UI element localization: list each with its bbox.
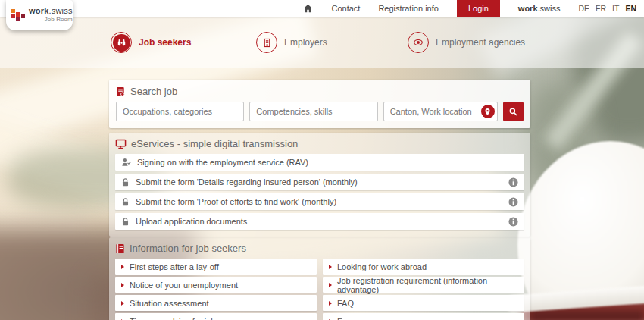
monitor-icon	[115, 139, 127, 149]
info-icon[interactable]	[508, 217, 518, 227]
competencies-input[interactable]	[249, 102, 377, 121]
search-submit-button[interactable]	[503, 102, 524, 121]
lang-de[interactable]: DE	[578, 4, 589, 13]
tab-employers[interactable]: Employers	[256, 32, 408, 53]
audience-tab-bar: Job seekers Employers	[0, 17, 644, 68]
user-check-icon	[121, 158, 131, 167]
eservice-label: Signing on with the employment service (…	[137, 158, 308, 167]
eye-icon	[413, 37, 424, 48]
information-panel-title: Information for job seekers	[130, 243, 246, 254]
eservice-label: Submit the form 'Details regarding insur…	[136, 177, 358, 187]
top-bar: Contact Registration info Login work.swi…	[0, 0, 644, 17]
info-link-label: Looking for work abroad	[337, 262, 427, 271]
eservices-panel: eServices - simple digital transmission …	[109, 133, 530, 237]
lock-icon	[121, 217, 130, 227]
book-icon	[115, 243, 125, 254]
arrow-right-icon	[121, 283, 124, 287]
logo-title: work.swiss	[29, 6, 73, 16]
eservice-signing-on-link[interactable]: Signing on with the employment service (…	[115, 154, 524, 171]
eservice-upload-documents-link[interactable]: Upload application documents	[115, 213, 524, 230]
locate-me-button[interactable]	[481, 105, 495, 118]
lock-icon	[121, 177, 130, 187]
info-link-work-abroad[interactable]: Looking for work abroad	[323, 259, 524, 275]
info-link-label: Forms	[337, 317, 361, 320]
search-panel-title: Search job	[130, 86, 177, 97]
tab-label: Employers	[284, 37, 327, 48]
tab-job-seekers[interactable]: Job seekers	[111, 32, 256, 53]
arrow-right-icon	[121, 265, 124, 269]
occupations-input[interactable]	[116, 102, 244, 121]
eservices-title: eServices - simple digital transmission	[131, 138, 298, 149]
work-swiss-logo-icon	[11, 7, 25, 23]
work-swiss-logo-card[interactable]: work.swiss Job-Room	[6, 0, 73, 30]
info-link-job-registration-requirement[interactable]: Job registration requirement (informatio…	[323, 277, 524, 293]
info-link-first-steps[interactable]: First steps after a lay-off	[115, 259, 317, 275]
lang-en[interactable]: EN	[625, 4, 636, 13]
magnifier-icon	[508, 107, 518, 117]
info-link-label: FAQ	[337, 299, 354, 308]
info-link-faq[interactable]: FAQ	[323, 295, 524, 311]
language-switcher: DE FR IT EN	[578, 4, 636, 13]
map-pin-icon	[483, 108, 492, 116]
eservice-proof-of-efforts-link[interactable]: Submit the form 'Proof of efforts to fin…	[115, 193, 524, 210]
info-link-label: Job registration requirement (informatio…	[337, 276, 518, 294]
information-panel: Information for job seekers First steps …	[109, 237, 530, 320]
info-link-label: Tips on applying for jobs	[130, 317, 220, 320]
lang-fr[interactable]: FR	[596, 4, 606, 13]
tab-label: Job seekers	[139, 37, 191, 48]
home-icon[interactable]	[303, 4, 313, 13]
arrow-right-icon	[121, 301, 124, 306]
info-link-label: Situation assessment	[130, 299, 209, 308]
info-icon[interactable]	[508, 177, 518, 187]
info-link-label: First steps after a lay-off	[130, 262, 219, 271]
eservice-label: Submit the form 'Proof of efforts to fin…	[136, 197, 336, 206]
job-search-document-icon	[116, 86, 126, 97]
lock-icon	[121, 197, 130, 207]
eservice-insured-person-form-link[interactable]: Submit the form 'Details regarding insur…	[115, 174, 524, 190]
contact-link[interactable]: Contact	[331, 4, 360, 13]
search-job-panel: Search job	[109, 80, 530, 128]
registration-info-link[interactable]: Registration info	[378, 4, 439, 13]
workswiss-brand: work.swiss	[518, 4, 561, 13]
info-link-situation-assessment[interactable]: Situation assessment	[115, 295, 317, 311]
login-button[interactable]: Login	[457, 0, 500, 17]
logo-subtitle: Job-Room	[45, 16, 73, 23]
info-link-notice-unemployment[interactable]: Notice of your unemployment	[115, 277, 317, 293]
arrow-right-icon	[329, 301, 332, 306]
tab-label: Employment agencies	[436, 37, 525, 48]
eservice-label: Upload application documents	[136, 217, 247, 226]
arrow-right-icon	[329, 283, 332, 287]
info-link-tips-applying[interactable]: Tips on applying for jobs	[115, 313, 317, 320]
info-link-forms[interactable]: Forms	[323, 313, 524, 320]
info-icon[interactable]	[508, 197, 518, 207]
tab-employment-agencies[interactable]: Employment agencies	[408, 32, 525, 53]
lang-it[interactable]: IT	[612, 4, 619, 13]
info-link-label: Notice of your unemployment	[130, 281, 238, 290]
binoculars-icon	[117, 38, 127, 48]
building-icon	[262, 38, 272, 48]
arrow-right-icon	[329, 265, 332, 269]
